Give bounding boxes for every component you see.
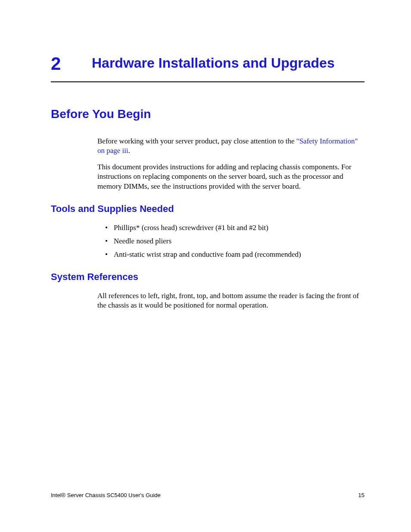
paragraph-system-references: All references to left, right, front, to…	[97, 291, 364, 310]
list-item: Anti-static wrist strap and conductive f…	[97, 250, 364, 259]
text-span: .	[128, 146, 130, 155]
chapter-header: 2 Hardware Installations and Upgrades	[51, 54, 364, 82]
section-heading-system-references: System References	[51, 271, 364, 283]
tools-list: Phillips* (cross head) screwdriver (#1 b…	[97, 223, 364, 259]
list-item: Phillips* (cross head) screwdriver (#1 b…	[97, 223, 364, 233]
text-span: Before working with your server product,…	[97, 137, 296, 145]
page-footer: Intel® Server Chassis SC5400 User's Guid…	[51, 492, 364, 498]
paragraph-intro: Before working with your server product,…	[97, 137, 364, 156]
footer-page-number: 15	[358, 492, 364, 498]
paragraph-document-description: This document provides instructions for …	[97, 162, 364, 191]
list-item: Needle nosed pliers	[97, 236, 364, 246]
section-heading-before-you-begin: Before You Begin	[51, 107, 364, 121]
chapter-number: 2	[51, 54, 92, 74]
footer-doc-title: Intel® Server Chassis SC5400 User's Guid…	[51, 492, 161, 498]
section-heading-tools-supplies: Tools and Supplies Needed	[51, 203, 364, 215]
chapter-title: Hardware Installations and Upgrades	[92, 54, 335, 72]
